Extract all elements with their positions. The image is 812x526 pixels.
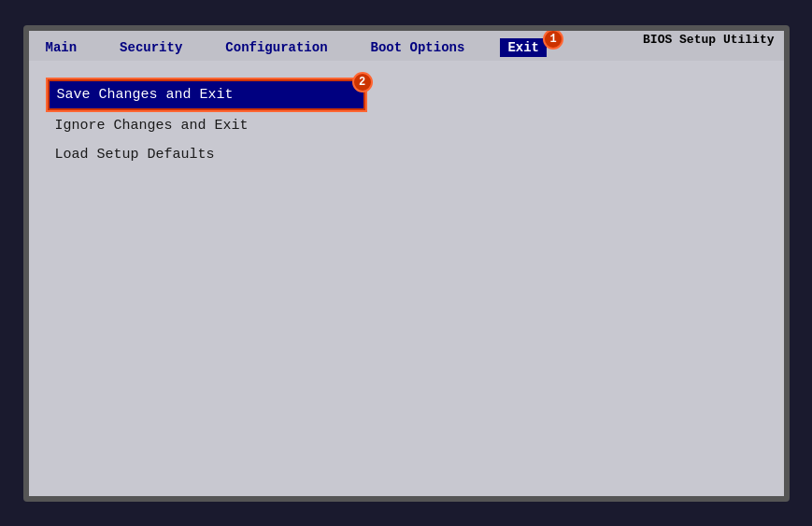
badge-2: 2 — [352, 72, 373, 92]
menu-item-configuration[interactable]: Configuration — [218, 38, 335, 57]
main-content: Save Changes and Exit 2 Ignore Changes a… — [29, 61, 784, 496]
option-load-setup-defaults[interactable]: Load Setup Defaults — [48, 141, 365, 168]
top-bar: BIOS Setup Utility — [29, 31, 784, 35]
menu-item-boot-options[interactable]: Boot Options — [363, 38, 473, 57]
bios-screen: BIOS Setup Utility Main Security Configu… — [23, 25, 790, 502]
app-title: BIOS Setup Utility — [643, 33, 774, 47]
option-ignore-changes-exit[interactable]: Ignore Changes and Exit — [48, 112, 365, 139]
menu-item-exit[interactable]: Exit 1 — [500, 38, 547, 57]
option-ignore-changes-exit-label: Ignore Changes and Exit — [55, 118, 249, 134]
menu-item-security[interactable]: Security — [112, 38, 190, 57]
badge-1: 1 — [543, 29, 563, 50]
menu-item-main[interactable]: Main — [38, 38, 85, 57]
option-load-setup-defaults-label: Load Setup Defaults — [55, 147, 215, 163]
option-save-changes-exit[interactable]: Save Changes and Exit 2 — [48, 79, 365, 110]
option-save-changes-exit-label: Save Changes and Exit — [57, 87, 234, 103]
